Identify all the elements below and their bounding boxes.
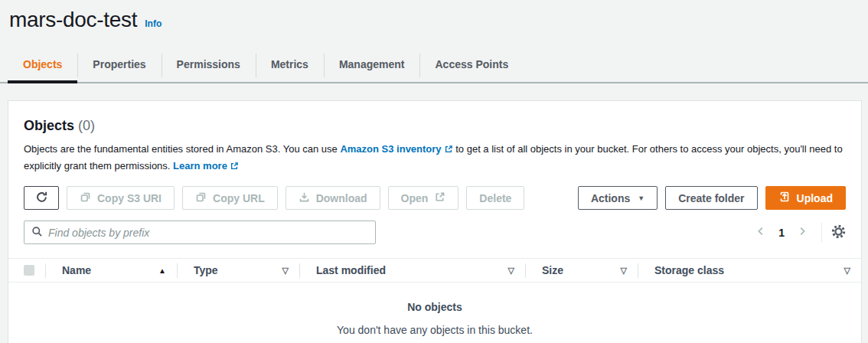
description-text-1: Objects are the fundamental entities sto… <box>24 143 338 155</box>
object-toolbar: Copy S3 URI Copy URL Download Open Delet… <box>24 186 846 210</box>
tab-metrics-label: Metrics <box>271 58 308 70</box>
object-count: (0) <box>78 118 95 133</box>
learn-more-link[interactable]: Learn more <box>173 160 239 172</box>
copy-s3-uri-label: Copy S3 URI <box>97 192 162 204</box>
upload-label: Upload <box>797 192 833 204</box>
pagination: 1 <box>751 223 846 243</box>
column-label-size: Size <box>542 264 563 276</box>
create-folder-label: Create folder <box>678 192 744 204</box>
refresh-icon <box>35 191 48 206</box>
copy-url-button[interactable]: Copy URL <box>182 186 278 210</box>
delete-button[interactable]: Delete <box>466 186 524 210</box>
search-row: 1 <box>24 220 846 244</box>
select-all-cell <box>8 259 45 282</box>
column-header-type[interactable]: Type ▽ <box>177 259 299 282</box>
tab-access-points[interactable]: Access Points <box>419 49 524 82</box>
copy-icon <box>195 191 207 205</box>
download-icon <box>299 191 310 205</box>
panel-title: Objects (0) <box>24 118 846 134</box>
delete-label: Delete <box>479 192 511 204</box>
current-page-number: 1 <box>771 227 792 239</box>
panel-header: Objects (0) Objects are the fundamental … <box>8 101 861 175</box>
tab-access-points-label: Access Points <box>435 58 508 70</box>
column-header-name[interactable]: Name ▲ <box>45 259 177 282</box>
s3-inventory-link[interactable]: Amazon S3 inventory <box>340 143 452 155</box>
column-header-size[interactable]: Size ▽ <box>525 259 638 282</box>
panel-title-text: Objects <box>24 118 74 133</box>
select-all-checkbox[interactable] <box>24 265 34 276</box>
empty-state-message: You don't have any objects in this bucke… <box>8 324 861 336</box>
empty-state: No objects You don't have any objects in… <box>8 283 861 343</box>
column-label-last-modified: Last modified <box>316 264 386 276</box>
sort-icon: ▽ <box>282 266 289 276</box>
external-link-icon <box>434 191 445 205</box>
page-title: mars-doc-test <box>9 8 137 32</box>
sort-icon: ▽ <box>621 266 627 276</box>
copy-icon <box>80 191 91 205</box>
actions-label: Actions <box>591 192 630 204</box>
open-button[interactable]: Open <box>388 186 459 210</box>
sort-ascending-icon: ▲ <box>158 266 166 275</box>
tab-permissions[interactable]: Permissions <box>162 49 256 82</box>
tab-bar: Objects Properties Permissions Metrics M… <box>0 49 868 83</box>
tab-metrics[interactable]: Metrics <box>256 49 324 82</box>
column-label-storage-class: Storage class <box>654 264 724 276</box>
copy-url-label: Copy URL <box>213 192 265 204</box>
s3-inventory-link-label: Amazon S3 inventory <box>340 143 441 155</box>
download-label: Download <box>316 192 367 204</box>
copy-s3-uri-button[interactable]: Copy S3 URI <box>67 186 175 210</box>
objects-panel: Objects (0) Objects are the fundamental … <box>8 100 862 343</box>
open-label: Open <box>401 192 429 204</box>
external-link-icon <box>444 143 453 158</box>
search-icon <box>31 226 43 240</box>
tab-objects-label: Objects <box>23 58 62 70</box>
actions-dropdown-button[interactable]: Actions ▼ <box>578 186 658 210</box>
column-header-storage-class[interactable]: Storage class ▽ <box>638 259 861 282</box>
upload-button[interactable]: Upload <box>765 186 846 210</box>
info-link[interactable]: Info <box>145 18 162 29</box>
gear-icon <box>831 224 846 241</box>
chevron-left-icon <box>755 226 766 239</box>
tab-properties[interactable]: Properties <box>77 49 161 82</box>
search-box <box>24 220 376 244</box>
caret-down-icon: ▼ <box>638 194 644 202</box>
table-header-row: Name ▲ Type ▽ Last modified ▽ Size ▽ Sto… <box>8 259 861 283</box>
column-header-last-modified[interactable]: Last modified ▽ <box>299 259 525 282</box>
sort-icon: ▽ <box>508 266 514 276</box>
pagination-divider <box>821 223 822 243</box>
refresh-button[interactable] <box>24 186 59 210</box>
tab-properties-label: Properties <box>93 58 145 70</box>
next-page-button[interactable] <box>792 223 812 242</box>
tab-management-label: Management <box>339 58 405 70</box>
column-label-type: Type <box>194 264 218 276</box>
chevron-right-icon <box>797 226 808 239</box>
download-button[interactable]: Download <box>286 186 380 210</box>
tab-management[interactable]: Management <box>324 49 420 82</box>
sort-icon: ▽ <box>844 266 850 276</box>
tab-objects[interactable]: Objects <box>8 49 77 82</box>
upload-icon <box>778 191 791 205</box>
objects-table: Name ▲ Type ▽ Last modified ▽ Size ▽ Sto… <box>8 258 861 343</box>
create-folder-button[interactable]: Create folder <box>665 186 757 210</box>
column-label-name: Name <box>62 264 91 276</box>
learn-more-link-label: Learn more <box>173 160 227 172</box>
empty-state-title: No objects <box>8 301 861 313</box>
search-input[interactable] <box>48 227 368 239</box>
page-header: mars-doc-test Info <box>0 0 868 32</box>
preferences-button[interactable] <box>831 224 846 241</box>
panel-description: Objects are the fundamental entities sto… <box>24 142 846 175</box>
tab-permissions-label: Permissions <box>177 58 240 70</box>
external-link-icon <box>230 160 239 175</box>
previous-page-button[interactable] <box>751 223 771 242</box>
